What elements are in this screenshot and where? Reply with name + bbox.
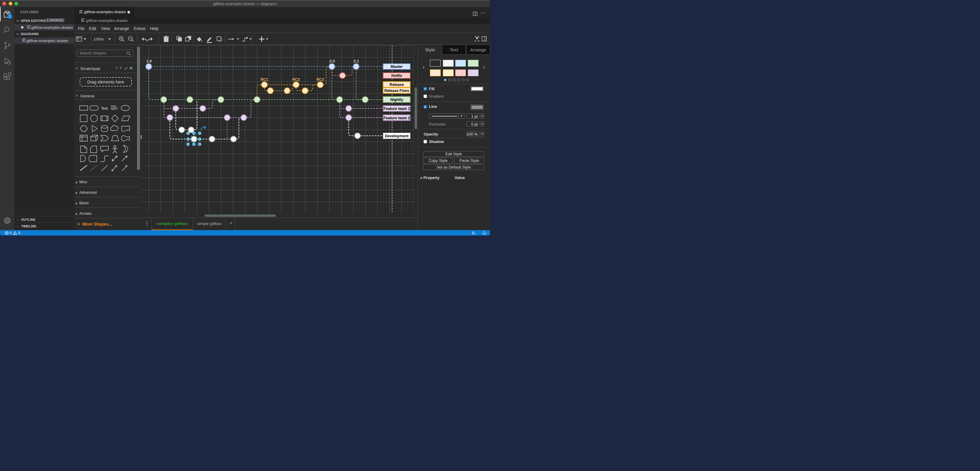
svg-text:Hotfix: Hotfix bbox=[391, 73, 402, 78]
svg-text:Heading: Heading bbox=[111, 105, 116, 107]
svg-text:1.0: 1.0 bbox=[146, 59, 152, 64]
svg-text:Release: Release bbox=[390, 82, 404, 86]
svg-text:RC3: RC3 bbox=[317, 78, 324, 82]
svg-text:RC2: RC2 bbox=[292, 78, 300, 82]
svg-text:Master: Master bbox=[391, 65, 402, 69]
svg-text:1: 1 bbox=[9, 15, 11, 18]
svg-text:2.1: 2.1 bbox=[353, 59, 359, 64]
svg-text:Release Fixes: Release Fixes bbox=[384, 89, 409, 93]
svg-text:Feature team 2: Feature team 2 bbox=[383, 116, 410, 120]
svg-text:2.0: 2.0 bbox=[329, 59, 335, 64]
svg-text:Development: Development bbox=[385, 134, 409, 138]
svg-text:RC1: RC1 bbox=[261, 78, 268, 82]
svg-text:Feature team 1: Feature team 1 bbox=[383, 107, 410, 111]
svg-text:100%: 100% bbox=[94, 37, 104, 41]
svg-text:Nightly: Nightly bbox=[390, 98, 403, 102]
svg-text:Text: Text bbox=[101, 106, 108, 110]
